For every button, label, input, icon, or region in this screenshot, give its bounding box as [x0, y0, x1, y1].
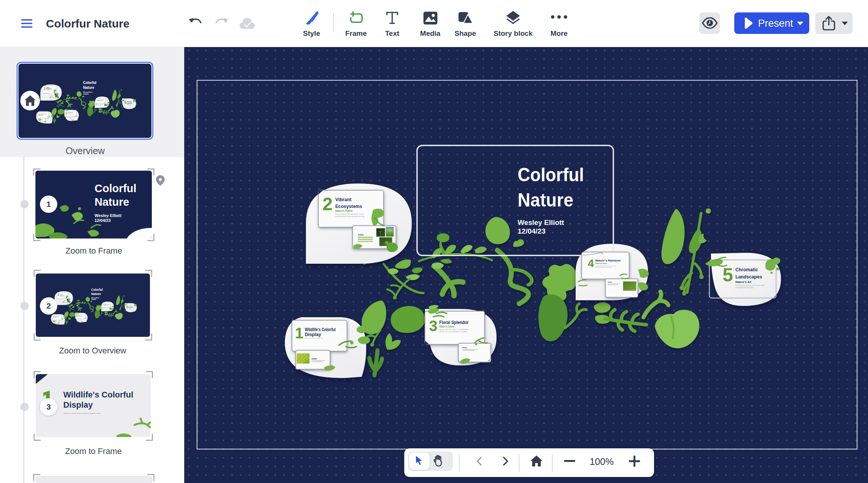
svg-text:Subbb: Subbb	[312, 358, 317, 360]
svg-text:Nature: Nature	[518, 190, 573, 211]
svg-text:Wildlife's Colorful: Wildlife's Colorful	[305, 327, 336, 332]
svg-text:and highlight the main points.: and highlight the main points.	[735, 287, 754, 289]
svg-text:Use this section to amp up you: Use this section to amp up your presenta…	[735, 284, 765, 286]
svg-text:2: 2	[322, 194, 333, 214]
svg-text:Nature's Art: Nature's Art	[735, 280, 752, 284]
svg-text:12/04/23: 12/04/23	[518, 227, 546, 235]
svg-text:Subbb: Subbb	[462, 347, 467, 348]
svg-text:Say it loud about this subject: Say it loud about this subject of yours.…	[595, 265, 616, 267]
svg-text:Subbb: Subbb	[608, 281, 612, 283]
svg-text:Vibrant: Vibrant	[335, 197, 352, 202]
svg-text:Ecosystems: Ecosystems	[335, 203, 362, 209]
svg-text:Nature's Palette: Nature's Palette	[335, 209, 353, 212]
svg-text:Display: Display	[305, 332, 321, 337]
svg-text:Subbb: Subbb	[358, 234, 364, 236]
svg-text:Diverse Hues: Diverse Hues	[595, 262, 607, 264]
svg-text:Display: Display	[63, 400, 93, 410]
svg-text:add GIFs to highlight the impo: add GIFs to highlight the important bits…	[595, 267, 612, 268]
svg-text:Colorful: Colorful	[518, 164, 584, 185]
svg-text:3: 3	[429, 318, 437, 334]
svg-text:Nature's Colors: Nature's Colors	[439, 325, 454, 328]
svg-text:Nature: Nature	[95, 196, 129, 208]
svg-text:use bullet points to write in: use bullet points to write in an easy to…	[335, 216, 365, 217]
svg-text:Give an overview of this subje: Give an overview of this subject here	[64, 412, 101, 414]
svg-text:5: 5	[723, 264, 733, 286]
svg-text:Floral Splendor: Floral Splendor	[439, 320, 469, 325]
svg-text:Say more about this subject. Y: Say more about this subject. You can add…	[439, 329, 469, 330]
svg-text:Give an overview of this subje: Give an overview of this subject here. Y…	[335, 213, 364, 215]
svg-text:Landscapes: Landscapes	[735, 274, 762, 280]
svg-text:1: 1	[295, 325, 303, 341]
svg-text:Wildlife's Colorful: Wildlife's Colorful	[63, 390, 133, 399]
svg-text:Give an overview of this subje: Give an overview of this subject here	[305, 337, 323, 339]
svg-text:4: 4	[588, 257, 594, 269]
svg-text:Wesley Elliott: Wesley Elliott	[518, 219, 564, 226]
svg-text:Chromatic: Chromatic	[735, 267, 758, 272]
svg-text:and GIFs to let your presentat: and GIFs to let your presentation do the…	[439, 331, 467, 333]
svg-text:12/04/23: 12/04/23	[95, 218, 111, 223]
svg-text:Colorful: Colorful	[95, 182, 136, 194]
svg-text:Wesley Elliott: Wesley Elliott	[95, 213, 122, 218]
